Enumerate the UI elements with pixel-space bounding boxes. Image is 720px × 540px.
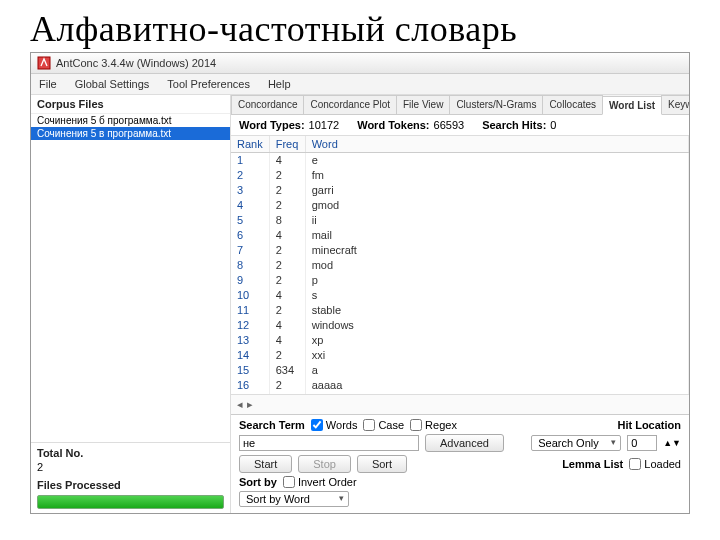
- cell-freq: 2: [269, 393, 305, 395]
- cell-rank: 11: [231, 303, 269, 318]
- tool-tabs: Concordance Concordance Plot File View C…: [231, 95, 689, 115]
- table-row[interactable]: 92p: [231, 273, 689, 288]
- scroll-right-icon[interactable]: ▸: [247, 398, 253, 411]
- menu-file[interactable]: File: [35, 76, 61, 92]
- col-word[interactable]: Word: [305, 136, 688, 153]
- hscroll[interactable]: ◂ ▸: [231, 394, 689, 414]
- cell-freq: 2: [269, 243, 305, 258]
- cell-word: xxi: [305, 348, 688, 363]
- cell-freq: 2: [269, 378, 305, 393]
- word-types-value: 10172: [309, 119, 340, 131]
- cell-rank: 8: [231, 258, 269, 273]
- hit-loc-input[interactable]: [627, 435, 657, 451]
- cell-freq: 634: [269, 363, 305, 378]
- loaded-checkbox[interactable]: Loaded: [629, 458, 681, 470]
- total-no-value: 2: [37, 461, 224, 473]
- app-icon: [37, 56, 51, 70]
- tab-word-list[interactable]: Word List: [602, 96, 662, 115]
- wordlist-stats: Word Types:10172 Word Tokens:66593 Searc…: [231, 115, 689, 135]
- search-hits-value: 0: [550, 119, 556, 131]
- advanced-button[interactable]: Advanced: [425, 434, 504, 452]
- start-button[interactable]: Start: [239, 455, 292, 473]
- window-title: AntConc 3.4.4w (Windows) 2014: [56, 57, 216, 69]
- table-row[interactable]: 172абрикосом: [231, 393, 689, 395]
- cell-rank: 10: [231, 288, 269, 303]
- menu-tool-preferences[interactable]: Tool Preferences: [163, 76, 254, 92]
- corpus-files-header: Corpus Files: [31, 95, 230, 114]
- words-checkbox[interactable]: Words: [311, 419, 358, 431]
- cell-word: e: [305, 153, 688, 168]
- wordlist-table-wrap[interactable]: Rank Freq Word 14e22fm32garri42gmod58ii6…: [231, 135, 689, 394]
- table-row[interactable]: 64mail: [231, 228, 689, 243]
- search-only-select[interactable]: Search Only: [531, 435, 621, 451]
- tab-keyword-list[interactable]: Keyword List: [661, 95, 689, 114]
- spinner-icon[interactable]: ▲▼: [663, 439, 681, 447]
- cell-rank: 5: [231, 213, 269, 228]
- cell-word: windows: [305, 318, 688, 333]
- cell-word: ii: [305, 213, 688, 228]
- cell-word: stable: [305, 303, 688, 318]
- table-row[interactable]: 14e: [231, 153, 689, 168]
- table-row[interactable]: 112stable: [231, 303, 689, 318]
- table-row[interactable]: 142xxi: [231, 348, 689, 363]
- progress-bar: [37, 495, 224, 509]
- search-input[interactable]: [239, 435, 419, 451]
- tab-concordance[interactable]: Concordance: [231, 95, 304, 114]
- menu-global-settings[interactable]: Global Settings: [71, 76, 154, 92]
- cell-freq: 4: [269, 333, 305, 348]
- sort-by-select[interactable]: Sort by Word: [239, 491, 349, 507]
- corpus-file[interactable]: Сочинения 5 б программа.txt: [31, 114, 230, 127]
- bottom-controls: Search Term Words Case Regex Hit Locatio…: [231, 414, 689, 513]
- cell-freq: 4: [269, 228, 305, 243]
- cell-freq: 2: [269, 198, 305, 213]
- hit-location-label: Hit Location: [617, 419, 681, 431]
- words-label: Words: [326, 419, 358, 431]
- table-row[interactable]: 162ааааа: [231, 378, 689, 393]
- total-no-label: Total No.: [37, 447, 224, 459]
- table-row[interactable]: 82mod: [231, 258, 689, 273]
- titlebar: AntConc 3.4.4w (Windows) 2014: [31, 53, 689, 74]
- invert-order-checkbox[interactable]: Invert Order: [283, 476, 357, 488]
- regex-checkbox[interactable]: Regex: [410, 419, 457, 431]
- table-row[interactable]: 58ii: [231, 213, 689, 228]
- tab-clusters-ngrams[interactable]: Clusters/N-Grams: [449, 95, 543, 114]
- app-window: AntConc 3.4.4w (Windows) 2014 File Globa…: [30, 52, 690, 514]
- cell-rank: 2: [231, 168, 269, 183]
- menu-help[interactable]: Help: [264, 76, 295, 92]
- cell-rank: 4: [231, 198, 269, 213]
- scroll-left-icon[interactable]: ◂: [237, 398, 243, 411]
- cell-freq: 2: [269, 258, 305, 273]
- search-term-label: Search Term: [239, 419, 305, 431]
- cell-word: garri: [305, 183, 688, 198]
- table-row[interactable]: 22fm: [231, 168, 689, 183]
- word-tokens-value: 66593: [434, 119, 465, 131]
- cell-word: p: [305, 273, 688, 288]
- cell-word: xp: [305, 333, 688, 348]
- corpus-file[interactable]: Сочинения 5 в программа.txt: [31, 127, 230, 140]
- cell-freq: 8: [269, 213, 305, 228]
- tab-file-view[interactable]: File View: [396, 95, 450, 114]
- tab-concordance-plot[interactable]: Concordance Plot: [303, 95, 397, 114]
- cell-freq: 2: [269, 168, 305, 183]
- table-row[interactable]: 124windows: [231, 318, 689, 333]
- sort-button[interactable]: Sort: [357, 455, 407, 473]
- col-rank[interactable]: Rank: [231, 136, 269, 153]
- case-checkbox[interactable]: Case: [363, 419, 404, 431]
- corpus-file-list[interactable]: Сочинения 5 б программа.txt Сочинения 5 …: [31, 114, 230, 442]
- stop-button[interactable]: Stop: [298, 455, 351, 473]
- tab-collocates[interactable]: Collocates: [542, 95, 603, 114]
- right-pane: Concordance Concordance Plot File View C…: [231, 95, 689, 513]
- table-row[interactable]: 42gmod: [231, 198, 689, 213]
- table-row[interactable]: 134xp: [231, 333, 689, 348]
- cell-rank: 16: [231, 378, 269, 393]
- table-row[interactable]: 32garri: [231, 183, 689, 198]
- col-freq[interactable]: Freq: [269, 136, 305, 153]
- table-row[interactable]: 104s: [231, 288, 689, 303]
- slide-title: Алфавитно-частотный словарь: [0, 0, 720, 52]
- cell-freq: 4: [269, 288, 305, 303]
- cell-rank: 17: [231, 393, 269, 395]
- regex-label: Regex: [425, 419, 457, 431]
- cell-rank: 9: [231, 273, 269, 288]
- table-row[interactable]: 15634а: [231, 363, 689, 378]
- table-row[interactable]: 72minecraft: [231, 243, 689, 258]
